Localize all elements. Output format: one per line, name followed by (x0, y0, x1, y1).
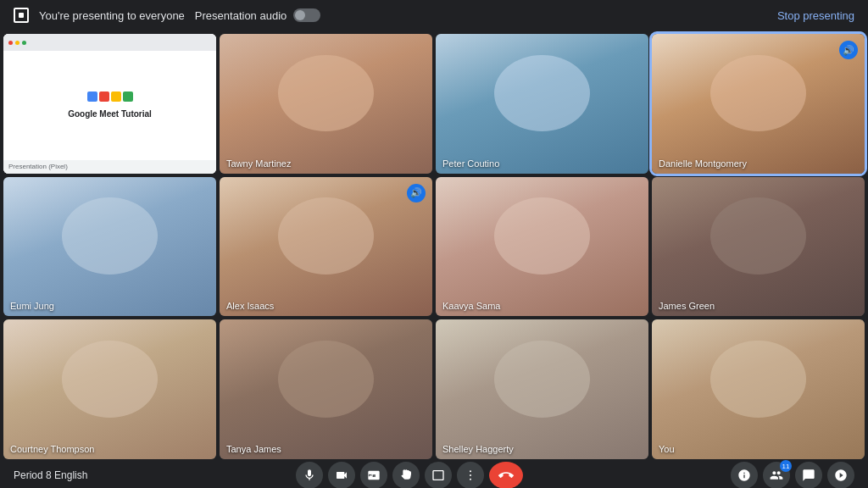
people-count-badge: 11 (780, 460, 792, 472)
more-icon (464, 469, 477, 482)
tile-kaavya: Kaavya Sama (436, 177, 648, 317)
meet-logo (87, 92, 133, 102)
people-badge-wrapper: 11 (763, 462, 790, 488)
alex-mic-icon: 🔊 (407, 184, 426, 202)
svg-point-0 (470, 470, 471, 472)
mic-symbol: 🔊 (843, 45, 854, 56)
kaavya-name: Kaavya Sama (442, 301, 500, 311)
presentation-title: Google Meet Tutorial (68, 108, 152, 119)
right-controls: 11 (731, 462, 854, 488)
tile-danielle: 🔊 Danielle Montgomery (652, 34, 865, 174)
top-bar: You're presenting to everyone Presentati… (0, 0, 868, 30)
kaavya-bg (436, 177, 648, 317)
presentation-content: Google Meet Tutorial (3, 51, 216, 160)
you-name: You (659, 444, 675, 454)
tawny-bg (220, 34, 432, 174)
video-grid: Google Meet Tutorial Presentation (Pixel… (0, 30, 868, 463)
presentation-footer-text: Presentation (Pixel) (8, 163, 68, 170)
alex-mic-symbol: 🔊 (410, 187, 422, 198)
alex-face (278, 197, 374, 274)
tile-alex: 🔊 Alex Isaacs (220, 177, 432, 317)
shelley-bg (436, 319, 648, 459)
camera-icon (335, 469, 348, 482)
danielle-mic-icon: 🔊 (839, 41, 858, 59)
more-options-button[interactable] (457, 462, 484, 488)
chat-icon (802, 469, 815, 482)
end-call-button[interactable] (489, 462, 523, 488)
tile-peter: Peter Coutino (436, 34, 648, 174)
activities-icon (834, 469, 848, 482)
top-bar-left: You're presenting to everyone Presentati… (14, 8, 320, 23)
you-face (710, 341, 806, 418)
info-icon (737, 469, 751, 482)
captions-icon (367, 469, 381, 482)
danielle-name: Danielle Montgomery (659, 158, 747, 169)
courtney-face (62, 341, 158, 418)
audio-toggle[interactable]: Presentation audio (195, 8, 320, 22)
tile-tawny: Tawny Martinez (220, 34, 432, 174)
info-button[interactable] (731, 462, 758, 488)
james-bg (652, 177, 865, 317)
present-button[interactable] (425, 462, 452, 488)
tile-courtney: Courtney Thompson (3, 319, 216, 459)
tawny-face (278, 55, 374, 132)
browser-dot-red (8, 41, 13, 45)
tanya-bg (220, 319, 432, 459)
eumi-name: Eumi Jung (10, 301, 54, 311)
browser-dot-yellow (15, 41, 19, 45)
peter-name: Peter Coutino (442, 158, 499, 169)
you-bg (652, 319, 865, 459)
svg-point-2 (470, 479, 471, 480)
presenting-text: You're presenting to everyone (39, 9, 185, 22)
audio-toggle-label: Presentation audio (195, 9, 287, 22)
end-call-icon (498, 468, 514, 483)
courtney-bg (3, 319, 216, 459)
logo-green (123, 92, 133, 102)
danielle-bg (652, 34, 865, 174)
captions-button[interactable] (360, 462, 387, 488)
svg-point-1 (470, 474, 471, 476)
alex-name: Alex Isaacs (226, 301, 274, 311)
peter-bg (436, 34, 648, 174)
toggle-switch[interactable] (293, 8, 320, 22)
meeting-name: Period 8 English (14, 469, 87, 481)
alex-bg (220, 177, 432, 317)
eumi-face (62, 197, 158, 274)
tile-eumi: Eumi Jung (3, 177, 216, 317)
browser-dot-green (22, 41, 26, 45)
presentation-tile: Google Meet Tutorial Presentation (Pixel… (3, 34, 216, 174)
raise-hand-button[interactable] (392, 462, 420, 488)
mic-icon (303, 469, 316, 482)
browser-bar (3, 34, 216, 51)
james-face (710, 197, 806, 274)
hand-icon (399, 469, 413, 482)
presenting-icon (14, 8, 29, 23)
tile-tanya: Tanya James (220, 319, 432, 459)
chat-button[interactable] (795, 462, 822, 488)
peter-face (494, 55, 590, 132)
stop-presenting-button[interactable]: Stop presenting (777, 9, 854, 22)
eumi-bg (3, 177, 216, 317)
tanya-face (278, 341, 374, 418)
present-icon (431, 469, 445, 482)
tile-you: You (652, 319, 865, 459)
kaavya-face (494, 197, 590, 274)
logo-blue (87, 92, 97, 102)
activities-button[interactable] (827, 462, 854, 488)
logo-red (99, 92, 109, 102)
bottom-bar: Period 8 English (0, 463, 868, 488)
james-name: James Green (659, 301, 715, 311)
main-controls (296, 462, 523, 488)
tile-shelley: Shelley Haggerty (436, 319, 648, 459)
mic-button[interactable] (296, 462, 323, 488)
courtney-name: Courtney Thompson (10, 444, 94, 454)
tanya-name: Tanya James (226, 444, 281, 454)
camera-button[interactable] (328, 462, 355, 488)
danielle-face (710, 55, 806, 132)
tile-james: James Green (652, 177, 865, 317)
presentation-footer: Presentation (Pixel) (3, 160, 216, 174)
logo-yellow (111, 92, 121, 102)
shelley-face (494, 341, 590, 418)
shelley-name: Shelley Haggerty (442, 444, 514, 454)
tawny-name: Tawny Martinez (226, 158, 291, 169)
